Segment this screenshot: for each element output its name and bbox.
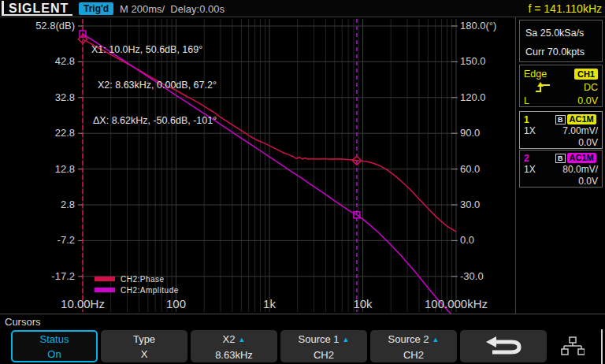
sample-rate: Sa 25.0kSa/s — [525, 24, 602, 43]
menu-title: Cursors — [5, 316, 41, 328]
delay-value: Delay:0.00s — [170, 3, 225, 15]
menu-button-type[interactable]: Type X — [101, 330, 187, 362]
menu-button-source2[interactable]: Source 2▲ CH2 — [370, 330, 457, 362]
trigger-coupling: DC — [584, 82, 598, 93]
lan-network-icon[interactable] — [561, 336, 585, 357]
channel1-coupling-badge: AC1M — [567, 114, 596, 124]
channel1-probe: 1X — [524, 125, 536, 137]
up-arrow-icon: ▲ — [432, 336, 440, 344]
legend-label: CH2:Amplitude — [121, 286, 179, 295]
top-status-bar: SIGLENT Trig'd M 200ms/ Delay:0.00s f = … — [0, 0, 605, 17]
menu-button-x2[interactable]: X2▲ 8.63kHz — [191, 330, 277, 362]
cursor-dx-readout: ΔX: 8.62kHz, -50.6dB, -101° — [91, 115, 217, 127]
frequency-counter: f = 141.110kHz — [528, 2, 602, 15]
channel1-scale: 7.00mV/ — [536, 125, 598, 137]
plot-legend: CH2:PhaseCH2:Amplitude — [95, 273, 179, 295]
trigger-type-label: Edge — [524, 69, 547, 80]
memory-depth: Curr 70.0kpts — [525, 43, 602, 61]
channel2-info-box[interactable]: 2 B AC1M 1X 80.0mV/ 0.0V — [519, 150, 603, 188]
timebase-readout[interactable]: M 200ms/ Delay:0.00s — [120, 3, 225, 15]
siglent-logo: SIGLENT — [2, 1, 72, 16]
trigger-source-badge: CH1 — [574, 69, 598, 80]
rising-edge-icon — [535, 82, 551, 93]
channel2-number: 2 — [524, 153, 535, 164]
up-arrow-icon: ▲ — [343, 336, 350, 344]
menu-button-status[interactable]: Status On — [11, 330, 98, 362]
oscilloscope-screen: SIGLENT Trig'd M 200ms/ Delay:0.00s f = … — [0, 0, 605, 364]
trigger-level-value: 0.0V — [577, 95, 598, 106]
cursor-x1-readout: X1: 10.0Hz, 50.6dB, 169° — [91, 44, 217, 56]
up-arrow-icon: ▲ — [238, 336, 245, 344]
channel1-bandwidth-badge: B — [555, 115, 566, 124]
cursor-x2-readout: X2: 8.63kHz, 0.00dB, 67.2° — [91, 80, 217, 91]
main-area: X1: 10.0Hz, 50.6dB, 169° X2: 8.63kHz, 0.… — [0, 17, 605, 314]
sidebar: Sa 25.0kSa/s Curr 70.0kpts Edge CH1 DC L — [517, 17, 605, 314]
acquisition-info-box: Sa 25.0kSa/s Curr 70.0kpts — [519, 20, 603, 62]
channel2-scale: 80.0mV/ — [536, 164, 598, 176]
bode-plot-svg — [0, 17, 516, 314]
trigger-status-badge[interactable]: Trig'd — [79, 2, 113, 15]
channel1-offset: 0.0V — [524, 137, 598, 149]
softkey-menu-bar: Cursors Status On Type X X2▲ 8.63kHz Sou… — [0, 314, 605, 364]
legend-item: CH2:Amplitude — [95, 284, 179, 295]
channel1-info-box[interactable]: 1 B AC1M 1X 7.00mV/ 0.0V — [519, 111, 603, 149]
legend-label: CH2:Phase — [121, 275, 165, 284]
return-arrow-icon — [480, 335, 527, 358]
legend-swatch — [95, 288, 115, 292]
channel2-bandwidth-badge: B — [555, 154, 566, 163]
legend-item: CH2:Phase — [95, 273, 179, 284]
menu-button-source1[interactable]: Source 1▲ CH2 — [280, 330, 367, 362]
legend-swatch — [95, 277, 115, 281]
bode-plot-area[interactable]: X1: 10.0Hz, 50.6dB, 169° X2: 8.63kHz, 0.… — [0, 17, 516, 314]
cursor-readout: X1: 10.0Hz, 50.6dB, 169° X2: 8.63kHz, 0.… — [91, 20, 217, 150]
channel2-offset: 0.0V — [524, 176, 598, 188]
channel2-coupling-badge: AC1M — [567, 153, 596, 163]
screen-edge-marker — [601, 329, 603, 364]
channel1-number: 1 — [524, 114, 535, 125]
trigger-info-box[interactable]: Edge CH1 DC L 0.0V — [519, 65, 603, 107]
menu-button-back[interactable] — [460, 330, 547, 362]
trigger-level-label: L — [524, 95, 529, 106]
channel2-probe: 1X — [524, 164, 536, 176]
timebase-value: M 200ms/ — [120, 3, 165, 15]
